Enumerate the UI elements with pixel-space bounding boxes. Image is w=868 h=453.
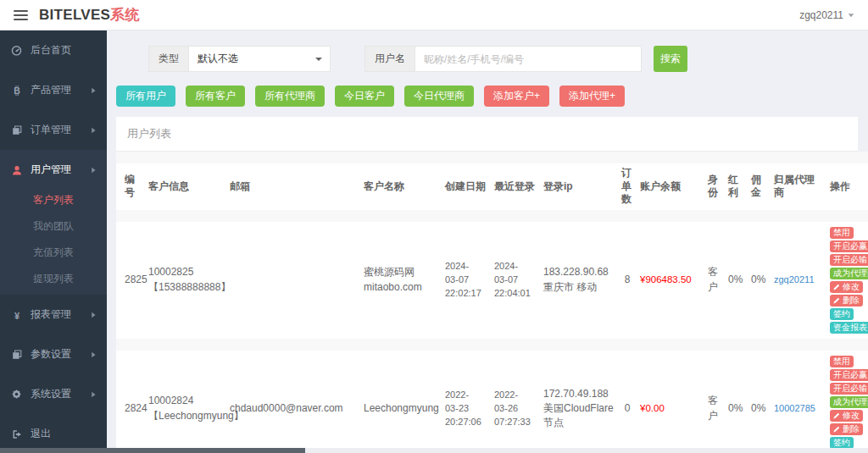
all-users-button[interactable]: 所有用户 (116, 86, 175, 107)
sidebar-item-label: 退出 (31, 427, 51, 441)
brand-suffix: 系统 (110, 7, 140, 23)
sidebar: 后台首页B产品管理订单管理用户管理客户列表我的团队充值列表提现列表¥报表管理参数… (0, 30, 107, 453)
sidebar-item-home[interactable]: 后台首页 (0, 33, 107, 68)
cell-commission: 0% (748, 222, 771, 339)
action-label: 签约 (833, 438, 850, 448)
sidebar-item-params[interactable]: 参数设置 (0, 337, 107, 372)
action-label: 删除 (843, 424, 860, 434)
action-label: 开启必赢 (833, 370, 867, 380)
user-list-panel: 用户列表 编号客户信息邮箱客户名称创建日期最近登录登录ip订单数账户余额身份红利… (116, 117, 858, 453)
sidebar-item-label: 用户管理 (31, 163, 71, 177)
cell-info: 10002825 【15388888888】 (145, 222, 226, 339)
action-label: 成为代理商 (833, 268, 868, 279)
edit-button[interactable]: 修改 (830, 410, 863, 422)
action-label: 修改 (843, 411, 860, 421)
delete-button[interactable]: 删除 (830, 295, 863, 307)
sidebar-item-customer-list[interactable]: 客户列表 (0, 187, 107, 213)
sidebar-item-logout[interactable]: 退出 (0, 417, 107, 451)
action-button-stack: 禁用开启必赢开启必输成为代理商修改删除签约资金报表 (830, 225, 868, 335)
svg-text:¥: ¥ (14, 310, 19, 320)
menu-toggle-icon[interactable] (14, 10, 28, 20)
page-title: BITELVES系统 (39, 5, 140, 25)
cell-name: 蜜桃源码网 mitaobo.com (360, 222, 442, 339)
agent-link[interactable]: zgq20211 (771, 222, 826, 339)
agent-link[interactable]: 10002785 (771, 351, 826, 453)
column-header: 红利 (725, 163, 748, 210)
pencil-icon (833, 426, 840, 433)
main-content: 类型 默认不选 用户名 搜索 所有用户所有客户所有代理商今日客户今日代理商添加客… (107, 30, 868, 453)
enable-must-win-button[interactable]: 开启必赢 (830, 240, 868, 252)
filter-bar: 类型 默认不选 用户名 搜索 (148, 46, 858, 72)
all-agents-button[interactable]: 所有代理商 (255, 86, 325, 107)
chevron-right-icon (91, 167, 97, 174)
files-icon (10, 125, 23, 135)
scrollbar-thumb[interactable] (0, 448, 305, 453)
pencil-icon (833, 284, 840, 290)
chevron-right-icon (91, 312, 97, 318)
sidebar-group: B产品管理 (0, 70, 107, 110)
add-customer-button[interactable]: 添加客户+ (484, 86, 549, 107)
disable-button[interactable]: 禁用 (830, 227, 854, 239)
today-customers-button[interactable]: 今日客户 (335, 86, 394, 107)
cell-last-login: 2024- 03-07 22:04:01 (491, 222, 540, 339)
username-input[interactable] (415, 46, 642, 72)
sidebar-item-recharge-list[interactable]: 充值列表 (0, 240, 107, 266)
user-table: 编号客户信息邮箱客户名称创建日期最近登录登录ip订单数账户余额身份红利佣金归属代… (116, 152, 868, 453)
action-label: 签约 (833, 309, 850, 319)
sidebar-item-reports[interactable]: ¥报表管理 (0, 297, 107, 332)
edit-button[interactable]: 修改 (830, 281, 863, 293)
sign-contract-button[interactable]: 签约 (830, 308, 854, 320)
sidebar-item-my-team[interactable]: 我的团队 (0, 213, 107, 240)
column-header: 创建日期 (442, 163, 491, 210)
cell-role: 客户 (704, 351, 725, 453)
sidebar-item-products[interactable]: B产品管理 (0, 73, 107, 108)
chevron-right-icon (91, 391, 97, 398)
sidebar-item-system[interactable]: 系统设置 (0, 377, 107, 412)
column-header: 归属代理商 (771, 163, 826, 210)
action-label: 禁用 (833, 228, 850, 238)
horizontal-scrollbar[interactable] (0, 448, 868, 453)
become-agent-button[interactable]: 成为代理商 (830, 268, 868, 279)
column-header: 编号 (116, 163, 145, 210)
sidebar-item-label: 参数设置 (31, 347, 71, 362)
chevron-down-icon (315, 58, 322, 64)
user-dropdown[interactable]: zgq20211 (799, 9, 854, 21)
delete-button[interactable]: 删除 (830, 423, 863, 435)
become-agent-button[interactable]: 成为代理商 (830, 396, 868, 408)
sidebar-item-withdraw-list[interactable]: 提现列表 (0, 266, 107, 292)
sidebar-item-users[interactable]: 用户管理 (0, 152, 107, 187)
all-customers-button[interactable]: 所有客户 (186, 86, 245, 107)
username-filter-group: 用户名 (364, 46, 642, 72)
username-label: zgq20211 (799, 9, 843, 21)
cell-actions: 禁用开启必赢开启必输成为代理商修改删除签约资金报表 (826, 351, 868, 453)
cell-ip: 183.228.90.68 重庆市 移动 (540, 222, 618, 339)
sidebar-item-orders[interactable]: 订单管理 (0, 113, 107, 147)
type-select[interactable]: 默认不选 (188, 46, 331, 72)
table-row: 282510002825 【15388888888】蜜桃源码网 mitaobo.… (116, 222, 868, 339)
gear-icon (10, 389, 23, 400)
enable-must-lose-button[interactable]: 开启必输 (830, 254, 868, 266)
column-header: 身份 (704, 163, 725, 210)
action-label: 成为代理商 (833, 397, 868, 407)
action-label: 开启必赢 (833, 241, 867, 251)
search-button[interactable]: 搜索 (654, 46, 687, 72)
cell-bonus: 0% (725, 222, 748, 339)
column-header: 佣金 (748, 163, 771, 210)
column-header: 客户名称 (360, 163, 442, 210)
funds-report-button[interactable]: 资金报表 (830, 322, 868, 334)
cell-commission: 0% (748, 351, 771, 453)
cell-email (226, 222, 360, 339)
disable-button[interactable]: 禁用 (830, 356, 854, 367)
enable-must-win-button[interactable]: 开启必赢 (830, 369, 868, 381)
cell-ip: 172.70.49.188 美国CloudFlare 节点 (540, 351, 618, 453)
pencil-icon (833, 412, 840, 419)
action-label: 删除 (843, 296, 860, 306)
pencil-icon (833, 297, 840, 304)
yen-icon: ¥ (10, 310, 23, 320)
today-agents-button[interactable]: 今日代理商 (404, 86, 474, 107)
sign-contract-button[interactable]: 签约 (830, 437, 854, 449)
sidebar-group: 参数设置 (0, 334, 107, 374)
enable-must-lose-button[interactable]: 开启必输 (830, 383, 868, 395)
cell-id: 2825 (116, 222, 145, 339)
add-agent-button[interactable]: 添加代理+ (559, 86, 625, 107)
